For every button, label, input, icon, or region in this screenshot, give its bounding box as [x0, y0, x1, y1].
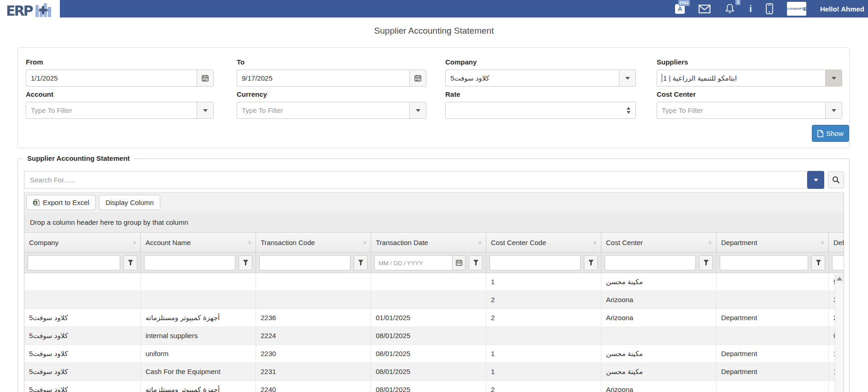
currency-select[interactable]: Type To Filter — [237, 102, 426, 119]
header-menu-chevron-icon[interactable]: ∨ — [363, 240, 367, 246]
table-row[interactable]: كلاود سوفت5أجهزة كمبيوتر ومستلزماته22400… — [24, 381, 844, 392]
column-header-department[interactable]: Department∨ — [717, 233, 829, 252]
column-header-transaction-date[interactable]: Transaction Date∨ — [371, 233, 486, 252]
rate-spinner-buttons[interactable] — [622, 102, 635, 118]
user-greeting[interactable]: Hello! Ahmed — [820, 5, 864, 13]
column-filter-input[interactable] — [605, 255, 696, 270]
table-cell — [717, 273, 829, 291]
column-header-cost-center-code[interactable]: Cost Center Code∨ — [486, 233, 601, 252]
header-menu-chevron-icon[interactable]: ∨ — [593, 240, 597, 246]
search-input[interactable] — [24, 171, 807, 189]
filter-calendar-button[interactable] — [452, 256, 465, 270]
rate-value[interactable] — [446, 102, 622, 118]
group-by-drop-zone[interactable]: Drop a column header here to group by th… — [24, 212, 844, 233]
filter-funnel-icon — [816, 260, 821, 266]
currency-dropdown-button[interactable] — [409, 102, 426, 118]
filter-funnel-button[interactable] — [123, 255, 137, 270]
cost-center-dropdown-button[interactable] — [825, 102, 842, 118]
cost-center-placeholder[interactable]: Type To Filter — [657, 102, 825, 118]
notification-count-badge: 1 — [735, 0, 740, 5]
cost-center-label: Cost Center — [657, 90, 842, 98]
table-row[interactable]: 2Arizoona30 — [24, 291, 844, 309]
from-calendar-button[interactable] — [197, 70, 213, 86]
column-header-account-name[interactable]: Account Name∨ — [141, 233, 256, 252]
to-date-field[interactable]: 9/17/2025 — [237, 70, 426, 87]
chevron-down-icon — [832, 109, 836, 112]
filter-funnel-icon — [588, 260, 594, 266]
table-row[interactable]: كلاود سوفت5أجهزة كمبيوتر ومستلزماته22360… — [24, 309, 844, 327]
mobile-app-icon[interactable] — [766, 3, 773, 14]
cost-center-select[interactable]: Type To Filter — [657, 102, 842, 119]
display-column-button[interactable]: Display Column — [99, 195, 160, 210]
search-button[interactable] — [828, 171, 844, 188]
rate-label: Rate — [445, 90, 636, 98]
header-menu-chevron-icon[interactable]: ∨ — [708, 240, 712, 246]
account-placeholder[interactable]: Type To Filter — [26, 102, 197, 118]
table-cell: كلاود سوفت5 — [24, 345, 141, 363]
account-dropdown-button[interactable] — [197, 102, 213, 118]
filter-funnel-button[interactable] — [469, 255, 483, 270]
filter-cell-company — [24, 252, 141, 273]
info-icon[interactable]: i — [749, 4, 752, 13]
data-grid: x Export to Excel Display Column Drop a … — [24, 192, 844, 392]
spin-down-icon — [627, 111, 630, 114]
brand-logo-badge[interactable]: CLOUDSOFT 5 — [787, 2, 806, 16]
rate-stepper[interactable] — [445, 102, 636, 119]
filter-funnel-button[interactable] — [239, 255, 252, 270]
table-cell: كلاود سوفت5 — [24, 327, 141, 345]
column-header-company[interactable]: Company∨ — [24, 233, 141, 252]
column-filter-input[interactable] — [489, 255, 581, 270]
table-cell — [256, 273, 371, 291]
table-cell: كلاود سوفت5 — [24, 309, 141, 327]
table-row[interactable]: كلاود سوفت5internal suppliers222408/01/2… — [24, 327, 844, 345]
show-button[interactable]: Show — [812, 125, 849, 142]
table-row[interactable]: كلاود سوفت5Cash For the Equipment223108/… — [24, 363, 844, 381]
notifications-bell-icon[interactable]: 1 — [724, 3, 735, 14]
export-to-excel-button[interactable]: x Export to Excel — [26, 195, 96, 210]
column-filter-input[interactable] — [144, 255, 235, 270]
search-options-dropdown-button[interactable] — [807, 171, 824, 189]
currency-placeholder[interactable]: Type To Filter — [237, 102, 409, 118]
table-row[interactable]: كلاود سوفت5uniform223008/01/20251مكينة م… — [24, 345, 844, 363]
filter-funnel-button[interactable] — [699, 255, 713, 270]
header-menu-chevron-icon[interactable]: ∨ — [248, 240, 251, 246]
column-filter-input[interactable] — [720, 255, 808, 270]
mail-icon[interactable] — [699, 5, 711, 13]
app-logo[interactable]: ERP — [0, 0, 60, 21]
filter-funnel-button[interactable] — [584, 255, 598, 270]
column-header-transaction-code[interactable]: Transaction Code∨ — [256, 233, 371, 252]
calendar-icon — [202, 75, 209, 82]
company-value[interactable]: كلاود سوفت5 — [446, 70, 619, 86]
suppliers-value[interactable]: ايتامكو للتنمية الزراعية | 1 — [657, 70, 825, 86]
filter-cell-transaction-date — [371, 252, 486, 273]
header-menu-chevron-icon[interactable]: ∨ — [133, 240, 136, 246]
column-header-debit[interactable]: Debit∨ — [829, 233, 844, 252]
column-filter-input[interactable] — [28, 255, 120, 270]
company-label: Company — [445, 58, 636, 66]
column-filter-input[interactable] — [259, 255, 350, 270]
scroll-up-icon[interactable] — [835, 274, 844, 283]
date-filter-input[interactable] — [375, 256, 452, 270]
company-dropdown-button[interactable] — [619, 70, 635, 86]
to-date-value[interactable]: 9/17/2025 — [237, 70, 409, 86]
company-select[interactable]: كلاود سوفت5 — [445, 70, 636, 87]
table-cell: uniform — [141, 345, 256, 363]
from-date-value[interactable]: 1/1/2025 — [26, 70, 197, 86]
column-filter-input[interactable] — [832, 255, 844, 270]
suppliers-select[interactable]: ايتامكو للتنمية الزراعية | 1 — [657, 70, 842, 87]
filter-funnel-button[interactable] — [811, 255, 825, 270]
language-switch-icon[interactable]: A ENG — [675, 4, 685, 14]
calendar-icon — [414, 75, 421, 82]
table-cell: كلاود سوفت5 — [24, 363, 141, 380]
header-menu-chevron-icon[interactable]: ∨ — [821, 240, 824, 246]
grid-vertical-scrollbar[interactable] — [835, 274, 844, 392]
account-select[interactable]: Type To Filter — [26, 102, 214, 119]
from-date-field[interactable]: 1/1/2025 — [26, 70, 214, 87]
table-row[interactable]: 1مكينة محسن90 — [24, 273, 844, 291]
filter-funnel-button[interactable] — [354, 255, 367, 270]
suppliers-dropdown-button[interactable] — [825, 70, 842, 86]
header-menu-chevron-icon[interactable]: ∨ — [478, 240, 482, 246]
to-calendar-button[interactable] — [409, 70, 426, 86]
table-cell: Department — [717, 309, 829, 327]
column-header-cost-center[interactable]: Cost Center∨ — [601, 233, 717, 252]
